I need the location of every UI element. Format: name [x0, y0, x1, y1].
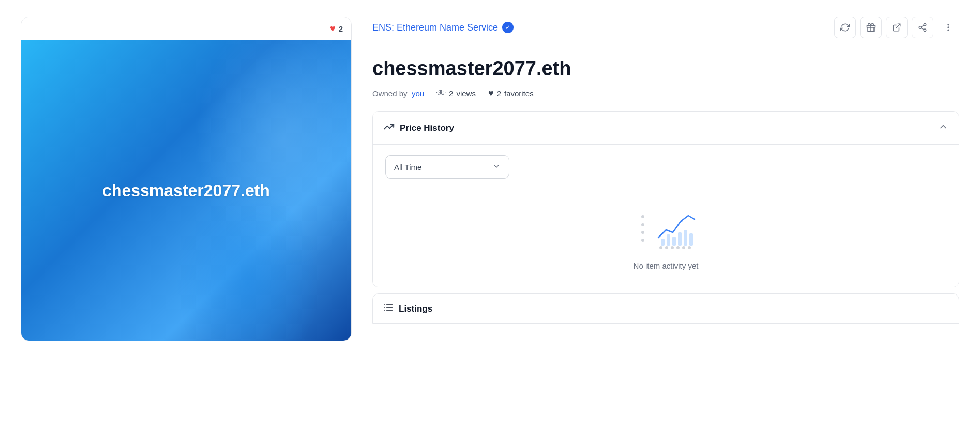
- svg-point-13: [641, 231, 644, 234]
- more-button[interactable]: [938, 17, 959, 38]
- views-label: views: [456, 89, 476, 98]
- nft-name: chessmaster2077.eth: [372, 57, 959, 80]
- detail-header: ENS: Ethereum Name Service ✓: [372, 17, 959, 47]
- empty-chart-container: No item activity yet: [385, 191, 946, 274]
- svg-point-21: [659, 246, 662, 249]
- svg-line-7: [921, 25, 924, 27]
- eye-icon: 👁: [436, 88, 446, 99]
- gift-icon: [866, 23, 876, 32]
- trending-icon: [383, 121, 395, 135]
- refresh-icon: [840, 23, 850, 32]
- price-history-section: Price History All Time: [372, 111, 959, 287]
- collection-name-text: ENS: Ethereum Name Service: [372, 22, 498, 33]
- views-meta: 👁 2 views: [436, 88, 476, 99]
- price-history-title: Price History: [400, 123, 454, 134]
- nft-card-header: ♥ 2: [21, 17, 351, 40]
- header-actions: [834, 17, 959, 38]
- external-link-icon: [892, 23, 901, 32]
- svg-point-10: [948, 30, 949, 31]
- svg-point-12: [641, 223, 644, 226]
- nft-image-title: chessmaster2077.eth: [102, 181, 270, 200]
- empty-chart-graphic: [632, 201, 700, 253]
- owned-by-label: Owned by you: [372, 89, 424, 98]
- views-count: 2: [449, 89, 453, 98]
- favorite-badge[interactable]: ♥ 2: [330, 23, 343, 34]
- svg-point-22: [665, 246, 668, 249]
- gift-button[interactable]: [860, 17, 882, 38]
- svg-rect-19: [684, 230, 687, 246]
- svg-rect-20: [689, 233, 693, 246]
- listings-title: Listings: [399, 304, 432, 314]
- price-history-header[interactable]: Price History: [373, 112, 959, 144]
- favorites-label: favorites: [504, 89, 534, 98]
- empty-chart-svg: [632, 201, 700, 253]
- time-range-dropdown[interactable]: All Time: [385, 155, 509, 179]
- svg-point-26: [688, 246, 691, 249]
- bottom-section-peek: Listings: [372, 293, 959, 324]
- svg-point-11: [641, 215, 644, 218]
- svg-line-2: [896, 24, 900, 28]
- favorites-count: 2: [497, 89, 501, 98]
- owner-link[interactable]: you: [412, 89, 424, 98]
- refresh-button[interactable]: [834, 17, 856, 38]
- svg-point-23: [671, 246, 674, 249]
- nft-card: ♥ 2 chessmaster2077.eth: [21, 17, 352, 341]
- svg-point-8: [948, 24, 949, 25]
- verified-icon: ✓: [502, 22, 514, 33]
- price-history-header-left: Price History: [383, 121, 454, 135]
- nft-meta: Owned by you 👁 2 views ♥ 2 favorites: [372, 88, 959, 99]
- favorites-meta: ♥ 2 favorites: [488, 88, 534, 99]
- dropdown-arrow-icon: [492, 162, 501, 172]
- nft-image: chessmaster2077.eth: [21, 40, 351, 341]
- svg-rect-17: [672, 237, 676, 246]
- no-activity-text: No item activity yet: [634, 261, 699, 270]
- svg-point-9: [948, 27, 949, 28]
- favorite-count: 2: [339, 24, 343, 33]
- share-button[interactable]: [912, 17, 933, 38]
- heart-meta-icon: ♥: [488, 88, 494, 99]
- collection-name[interactable]: ENS: Ethereum Name Service ✓: [372, 22, 514, 33]
- heart-icon: ♥: [330, 23, 336, 34]
- chevron-up-icon: [938, 122, 948, 135]
- dropdown-value: All Time: [394, 163, 421, 171]
- svg-point-14: [641, 239, 644, 242]
- svg-point-25: [682, 246, 685, 249]
- price-history-body: All Time: [373, 144, 959, 287]
- svg-point-24: [676, 246, 680, 249]
- svg-rect-18: [678, 232, 682, 246]
- svg-line-6: [921, 28, 924, 30]
- share-icon: [918, 23, 927, 32]
- external-link-button[interactable]: [886, 17, 908, 38]
- page-container: ♥ 2 chessmaster2077.eth ENS: Ethereum Na…: [0, 0, 980, 442]
- detail-panel: ENS: Ethereum Name Service ✓: [372, 17, 959, 324]
- svg-rect-16: [667, 234, 670, 246]
- svg-rect-15: [661, 239, 665, 246]
- more-icon: [944, 23, 953, 32]
- listings-icon: [383, 302, 394, 315]
